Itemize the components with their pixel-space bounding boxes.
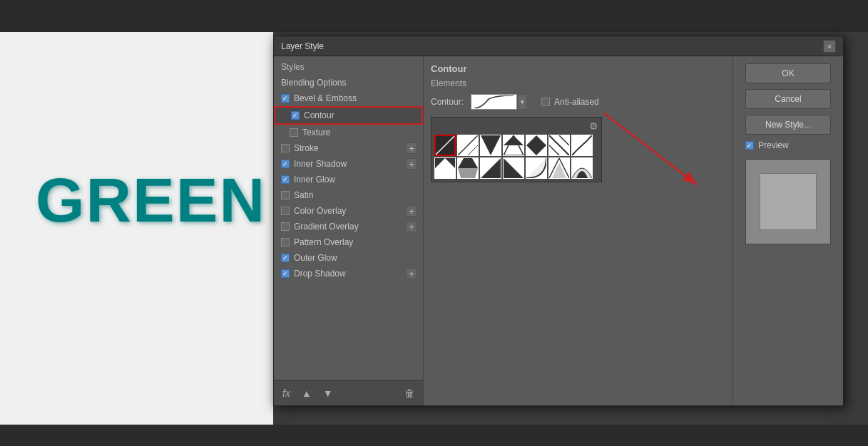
dialog-title: Layer Style: [281, 41, 324, 51]
pattern-cell-14[interactable]: [571, 157, 593, 179]
sidebar-item-stroke[interactable]: Stroke +: [274, 140, 423, 156]
gear-icon[interactable]: ⚙: [589, 120, 598, 132]
pattern-cell-8[interactable]: [434, 157, 456, 179]
outer-glow-label: Outer Glow: [294, 253, 337, 263]
anti-aliased-row: Anti-aliased: [541, 97, 599, 107]
fx-button[interactable]: fx: [280, 386, 293, 400]
layer-list: Blending Options Bevel & Emboss Contour …: [274, 75, 423, 380]
preview-label: Preview: [758, 140, 789, 150]
move-down-button[interactable]: ▼: [320, 386, 336, 400]
pattern-picker-header: ⚙: [434, 120, 598, 132]
inner-shadow-checkbox[interactable]: [281, 160, 290, 168]
contour-preview[interactable]: [471, 94, 517, 110]
pattern-cell-4[interactable]: [503, 135, 524, 156]
pattern-overlay-label: Pattern Overlay: [294, 237, 353, 247]
sidebar-item-drop-shadow[interactable]: Drop Shadow +: [274, 266, 423, 281]
contour-row-label: Contour:: [431, 97, 464, 107]
inner-shadow-add-button[interactable]: +: [406, 158, 417, 170]
pattern-cell-12[interactable]: [526, 157, 547, 179]
anti-aliased-checkbox[interactable]: [541, 98, 550, 106]
drop-shadow-label: Drop Shadow: [294, 269, 346, 279]
styles-header: Styles: [274, 56, 423, 75]
close-button[interactable]: ×: [823, 40, 836, 53]
drop-shadow-add-button[interactable]: +: [406, 268, 417, 279]
sidebar-item-contour[interactable]: Contour: [274, 106, 423, 125]
outer-glow-checkbox[interactable]: [281, 254, 290, 262]
ok-button[interactable]: OK: [745, 63, 831, 83]
top-toolbar: [0, 0, 868, 32]
move-up-button[interactable]: ▲: [299, 386, 315, 400]
pattern-cell-1[interactable]: [434, 135, 456, 156]
color-overlay-label: Color Overlay: [294, 206, 346, 216]
bevel-emboss-label: Bevel & Emboss: [294, 93, 357, 103]
color-overlay-add-button[interactable]: +: [406, 205, 417, 217]
sidebar-item-pattern-overlay[interactable]: Pattern Overlay: [274, 234, 423, 250]
section-title: Contour: [431, 63, 725, 74]
sidebar-item-bevel-emboss[interactable]: Bevel & Emboss: [274, 90, 423, 106]
sidebar-item-inner-glow[interactable]: Inner Glow: [274, 172, 423, 187]
pattern-cell-3[interactable]: [480, 135, 501, 156]
dialog-titlebar: Layer Style ×: [274, 36, 843, 56]
stroke-checkbox[interactable]: [281, 144, 290, 152]
texture-label: Texture: [302, 128, 330, 138]
stroke-add-button[interactable]: +: [406, 142, 417, 154]
main-content: Contour Elements Contour: ▾ A: [424, 56, 732, 405]
new-style-button[interactable]: New Style...: [745, 115, 831, 135]
contour-label: Contour: [304, 110, 335, 120]
pattern-picker: ⚙: [431, 117, 602, 182]
right-panel: OK Cancel New Style... Preview: [732, 56, 843, 405]
sidebar-item-color-overlay[interactable]: Color Overlay +: [274, 203, 423, 219]
pattern-cell-2[interactable]: [457, 135, 479, 156]
sidebar-item-gradient-overlay[interactable]: Gradient Overlay +: [274, 219, 423, 234]
satin-checkbox[interactable]: [281, 191, 290, 199]
pattern-cell-13[interactable]: [548, 157, 570, 179]
sidebar-item-texture[interactable]: Texture: [274, 125, 423, 140]
color-overlay-checkbox[interactable]: [281, 207, 290, 215]
stroke-label: Stroke: [294, 143, 319, 153]
preview-checkbox[interactable]: [745, 141, 754, 150]
left-panel: Styles Blending Options Bevel & Emboss C…: [274, 56, 424, 405]
canvas-text: GREEN: [36, 164, 266, 237]
bevel-emboss-checkbox[interactable]: [281, 94, 290, 103]
contour-dropdown-arrow[interactable]: ▾: [517, 94, 527, 110]
contour-row: Contour: ▾ Anti-aliased: [431, 94, 725, 110]
sidebar-item-satin[interactable]: Satin: [274, 187, 423, 203]
pattern-overlay-checkbox[interactable]: [281, 238, 290, 247]
inner-glow-label: Inner Glow: [294, 175, 335, 185]
inner-glow-checkbox[interactable]: [281, 175, 290, 184]
pattern-cell-6[interactable]: [548, 135, 570, 156]
preview-canvas: [745, 159, 831, 244]
pattern-grid: [434, 135, 598, 179]
pattern-cell-9[interactable]: [457, 157, 479, 179]
left-toolbar: fx ▲ ▼ 🗑: [274, 380, 423, 405]
preview-inner: [760, 173, 817, 230]
drop-shadow-checkbox[interactable]: [281, 269, 290, 278]
sidebar-item-outer-glow[interactable]: Outer Glow: [274, 250, 423, 266]
pattern-cell-11[interactable]: [503, 157, 524, 179]
cancel-button[interactable]: Cancel: [745, 89, 831, 109]
gradient-overlay-label: Gradient Overlay: [294, 222, 359, 232]
delete-button[interactable]: 🗑: [402, 386, 417, 400]
pattern-cell-5[interactable]: [526, 135, 547, 156]
pattern-cell-7[interactable]: [571, 135, 593, 156]
satin-label: Satin: [294, 190, 313, 200]
layer-style-dialog: Layer Style × Styles Blending Options Be…: [273, 36, 844, 406]
anti-aliased-label: Anti-aliased: [554, 97, 599, 107]
preview-row: Preview: [745, 140, 831, 150]
contour-section: Contour Elements Contour: ▾ A: [431, 63, 725, 182]
sidebar-item-inner-shadow[interactable]: Inner Shadow +: [274, 156, 423, 172]
bottom-toolbar: [0, 425, 868, 446]
elements-label: Elements: [431, 78, 725, 88]
contour-checkbox[interactable]: [291, 111, 300, 120]
blending-options-label: Blending Options: [281, 78, 346, 88]
gradient-overlay-checkbox[interactable]: [281, 222, 290, 231]
dialog-body: Styles Blending Options Bevel & Emboss C…: [274, 56, 843, 405]
sidebar-item-blending-options[interactable]: Blending Options: [274, 75, 423, 90]
texture-checkbox[interactable]: [290, 128, 298, 137]
gradient-overlay-add-button[interactable]: +: [406, 221, 417, 232]
inner-shadow-label: Inner Shadow: [294, 159, 347, 169]
pattern-cell-10[interactable]: [480, 157, 501, 179]
